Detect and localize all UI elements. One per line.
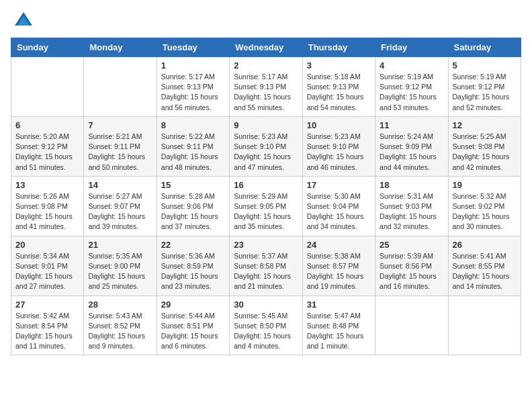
day-number: 6 (15, 120, 79, 130)
day-number: 20 (15, 240, 79, 250)
day-info: Sunrise: 5:25 AM Sunset: 9:08 PM Dayligh… (453, 132, 517, 173)
day-number: 5 (453, 60, 517, 71)
calendar-cell: 9Sunrise: 5:23 AM Sunset: 9:10 PM Daylig… (230, 116, 302, 176)
calendar-cell: 4Sunrise: 5:19 AM Sunset: 9:12 PM Daylig… (375, 57, 448, 117)
logo (11, 11, 34, 31)
day-number: 29 (161, 300, 225, 310)
calendar-cell: 3Sunrise: 5:18 AM Sunset: 9:13 PM Daylig… (302, 57, 375, 117)
day-number: 19 (453, 180, 517, 190)
day-info: Sunrise: 5:19 AM Sunset: 9:12 PM Dayligh… (380, 72, 443, 113)
day-info: Sunrise: 5:28 AM Sunset: 9:06 PM Dayligh… (161, 191, 225, 232)
calendar-week-row: 1Sunrise: 5:17 AM Sunset: 9:13 PM Daylig… (11, 57, 521, 117)
day-number: 14 (88, 180, 152, 190)
day-number: 15 (161, 180, 225, 190)
calendar-cell: 24Sunrise: 5:38 AM Sunset: 8:57 PM Dayli… (302, 236, 375, 295)
day-number: 24 (307, 240, 371, 250)
day-header: Sunday (11, 38, 84, 57)
calendar-table: SundayMondayTuesdayWednesdayThursdayFrid… (11, 38, 521, 355)
day-info: Sunrise: 5:43 AM Sunset: 8:52 PM Dayligh… (88, 311, 152, 352)
calendar-cell: 6Sunrise: 5:20 AM Sunset: 9:12 PM Daylig… (11, 116, 84, 176)
day-number: 8 (161, 120, 225, 130)
day-info: Sunrise: 5:38 AM Sunset: 8:57 PM Dayligh… (307, 251, 371, 292)
day-info: Sunrise: 5:20 AM Sunset: 9:12 PM Dayligh… (15, 132, 79, 173)
calendar-cell (11, 57, 84, 117)
day-number: 17 (307, 180, 371, 190)
day-info: Sunrise: 5:23 AM Sunset: 9:10 PM Dayligh… (307, 132, 371, 173)
logo-icon (13, 11, 34, 31)
calendar-cell: 18Sunrise: 5:31 AM Sunset: 9:03 PM Dayli… (375, 176, 448, 236)
calendar-cell: 12Sunrise: 5:25 AM Sunset: 9:08 PM Dayli… (448, 116, 521, 176)
day-info: Sunrise: 5:41 AM Sunset: 8:55 PM Dayligh… (453, 251, 517, 292)
day-info: Sunrise: 5:47 AM Sunset: 8:48 PM Dayligh… (307, 311, 371, 352)
day-number: 31 (307, 300, 371, 310)
day-number: 3 (307, 60, 371, 71)
day-number: 7 (88, 120, 152, 130)
day-info: Sunrise: 5:23 AM Sunset: 9:10 PM Dayligh… (234, 132, 298, 173)
day-header: Thursday (302, 38, 375, 57)
calendar-cell: 21Sunrise: 5:35 AM Sunset: 9:00 PM Dayli… (84, 236, 157, 295)
calendar-cell: 17Sunrise: 5:30 AM Sunset: 9:04 PM Dayli… (302, 176, 375, 236)
day-info: Sunrise: 5:22 AM Sunset: 9:11 PM Dayligh… (161, 132, 225, 173)
day-info: Sunrise: 5:39 AM Sunset: 8:56 PM Dayligh… (380, 251, 443, 292)
day-info: Sunrise: 5:24 AM Sunset: 9:09 PM Dayligh… (380, 132, 443, 173)
day-info: Sunrise: 5:35 AM Sunset: 9:00 PM Dayligh… (88, 251, 152, 292)
calendar-cell: 26Sunrise: 5:41 AM Sunset: 8:55 PM Dayli… (448, 236, 521, 295)
day-info: Sunrise: 5:32 AM Sunset: 9:02 PM Dayligh… (453, 191, 517, 232)
calendar-cell: 14Sunrise: 5:27 AM Sunset: 9:07 PM Dayli… (84, 176, 157, 236)
calendar-cell: 8Sunrise: 5:22 AM Sunset: 9:11 PM Daylig… (157, 116, 229, 176)
calendar-cell (375, 295, 448, 355)
day-number: 30 (234, 300, 298, 310)
day-info: Sunrise: 5:21 AM Sunset: 9:11 PM Dayligh… (88, 132, 152, 173)
day-number: 18 (380, 180, 443, 190)
day-header: Tuesday (157, 38, 229, 57)
calendar-week-row: 20Sunrise: 5:34 AM Sunset: 9:01 PM Dayli… (11, 236, 521, 295)
day-number: 13 (15, 180, 79, 190)
day-number: 12 (453, 120, 517, 130)
day-header: Saturday (448, 38, 521, 57)
day-info: Sunrise: 5:17 AM Sunset: 9:13 PM Dayligh… (161, 72, 225, 113)
day-number: 11 (380, 120, 443, 130)
calendar-cell (448, 295, 521, 355)
day-number: 2 (234, 60, 298, 71)
day-info: Sunrise: 5:29 AM Sunset: 9:05 PM Dayligh… (234, 191, 298, 232)
day-info: Sunrise: 5:36 AM Sunset: 8:59 PM Dayligh… (161, 251, 225, 292)
calendar-cell: 31Sunrise: 5:47 AM Sunset: 8:48 PM Dayli… (302, 295, 375, 355)
day-header: Monday (84, 38, 157, 57)
calendar-cell: 22Sunrise: 5:36 AM Sunset: 8:59 PM Dayli… (157, 236, 229, 295)
calendar-cell: 23Sunrise: 5:37 AM Sunset: 8:58 PM Dayli… (230, 236, 302, 295)
calendar-cell: 15Sunrise: 5:28 AM Sunset: 9:06 PM Dayli… (157, 176, 229, 236)
calendar-cell: 27Sunrise: 5:42 AM Sunset: 8:54 PM Dayli… (11, 295, 84, 355)
calendar-cell: 30Sunrise: 5:45 AM Sunset: 8:50 PM Dayli… (230, 295, 302, 355)
day-number: 10 (307, 120, 371, 130)
day-header: Wednesday (230, 38, 302, 57)
calendar-week-row: 27Sunrise: 5:42 AM Sunset: 8:54 PM Dayli… (11, 295, 521, 355)
calendar-cell: 28Sunrise: 5:43 AM Sunset: 8:52 PM Dayli… (84, 295, 157, 355)
calendar-cell: 19Sunrise: 5:32 AM Sunset: 9:02 PM Dayli… (448, 176, 521, 236)
calendar-week-row: 6Sunrise: 5:20 AM Sunset: 9:12 PM Daylig… (11, 116, 521, 176)
calendar-cell: 25Sunrise: 5:39 AM Sunset: 8:56 PM Dayli… (375, 236, 448, 295)
day-info: Sunrise: 5:19 AM Sunset: 9:12 PM Dayligh… (453, 72, 517, 113)
day-info: Sunrise: 5:17 AM Sunset: 9:13 PM Dayligh… (234, 72, 298, 113)
day-number: 23 (234, 240, 298, 250)
day-info: Sunrise: 5:27 AM Sunset: 9:07 PM Dayligh… (88, 191, 152, 232)
calendar-cell: 20Sunrise: 5:34 AM Sunset: 9:01 PM Dayli… (11, 236, 84, 295)
day-info: Sunrise: 5:42 AM Sunset: 8:54 PM Dayligh… (15, 311, 79, 352)
day-number: 27 (15, 300, 79, 310)
day-number: 25 (380, 240, 443, 250)
day-info: Sunrise: 5:45 AM Sunset: 8:50 PM Dayligh… (234, 311, 298, 352)
day-number: 26 (453, 240, 517, 250)
day-number: 9 (234, 120, 298, 130)
calendar-cell: 29Sunrise: 5:44 AM Sunset: 8:51 PM Dayli… (157, 295, 229, 355)
header (11, 11, 521, 31)
day-info: Sunrise: 5:31 AM Sunset: 9:03 PM Dayligh… (380, 191, 443, 232)
day-info: Sunrise: 5:34 AM Sunset: 9:01 PM Dayligh… (15, 251, 79, 292)
day-info: Sunrise: 5:44 AM Sunset: 8:51 PM Dayligh… (161, 311, 225, 352)
calendar-week-row: 13Sunrise: 5:26 AM Sunset: 9:08 PM Dayli… (11, 176, 521, 236)
calendar-cell: 16Sunrise: 5:29 AM Sunset: 9:05 PM Dayli… (230, 176, 302, 236)
calendar-cell: 1Sunrise: 5:17 AM Sunset: 9:13 PM Daylig… (157, 57, 229, 117)
day-header: Friday (375, 38, 448, 57)
calendar-cell (84, 57, 157, 117)
day-number: 16 (234, 180, 298, 190)
calendar-cell: 5Sunrise: 5:19 AM Sunset: 9:12 PM Daylig… (448, 57, 521, 117)
day-info: Sunrise: 5:26 AM Sunset: 9:08 PM Dayligh… (15, 191, 79, 232)
